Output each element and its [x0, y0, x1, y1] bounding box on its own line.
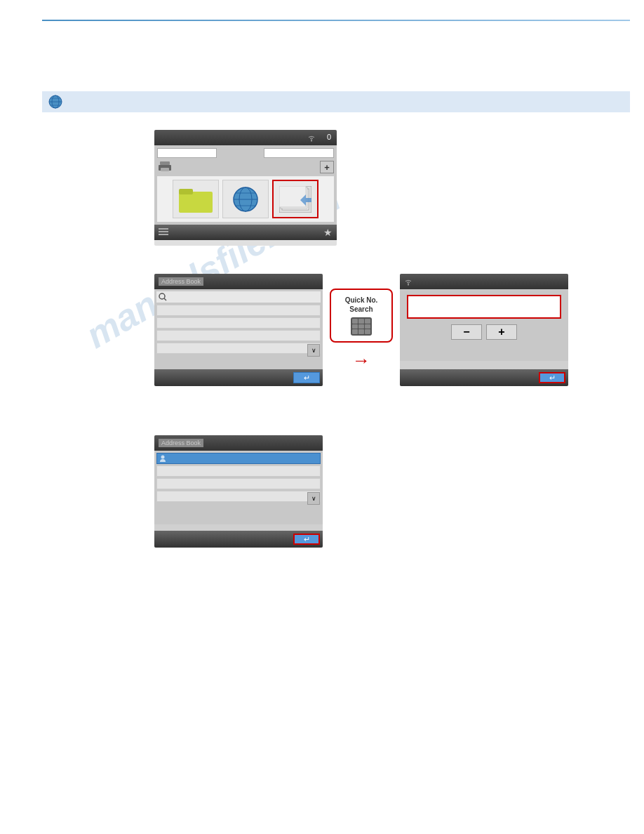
- ok-button-bottom[interactable]: ↵: [293, 534, 320, 545]
- svg-line-23: [164, 298, 166, 300]
- list-item-4[interactable]: [156, 343, 321, 354]
- internet-icon-box[interactable]: [222, 180, 269, 218]
- keypad-dot: [352, 319, 358, 324]
- plus-button-ne[interactable]: +: [486, 324, 517, 340]
- shortcut-icon-box[interactable]: [272, 180, 318, 218]
- svg-rect-6: [160, 161, 170, 165]
- keypad-icon: [351, 317, 372, 336]
- list-screen: Address Book ∨ ↵: [154, 274, 323, 386]
- globe-icon: [48, 94, 63, 110]
- keypad-dot: [358, 324, 364, 329]
- wifi-icon: [307, 133, 316, 142]
- scroll-down-button[interactable]: ∨: [307, 344, 320, 357]
- quick-search-bubble: Quick No. Search: [330, 289, 393, 343]
- list-screen-3: Address Book ∨ ↵: [154, 435, 323, 548]
- list-item-3[interactable]: [156, 330, 321, 341]
- keypad-dot: [358, 319, 364, 324]
- plus-button[interactable]: +: [320, 161, 334, 173]
- list-titlebar-3: Address Book: [154, 435, 323, 451]
- svg-rect-18: [279, 186, 306, 207]
- printer-icon: [157, 161, 173, 173]
- quick-search-area: Quick No. Search →: [326, 302, 396, 358]
- keypad-dot: [358, 329, 364, 334]
- section3-device: Address Book ∨ ↵: [154, 435, 323, 548]
- device-screen-1: 0 +: [154, 130, 337, 246]
- favorites-star-icon: ★: [323, 227, 333, 238]
- device-titlebar-1: 0: [154, 130, 337, 145]
- keypad-dot: [365, 324, 370, 329]
- keypad-dot: [352, 329, 358, 334]
- header-row: [42, 91, 630, 112]
- number-entry-screen: − + ↵: [400, 274, 568, 386]
- number-input-box[interactable]: [407, 295, 561, 319]
- list-title: Address Book: [159, 277, 203, 286]
- confirm-button[interactable]: ↵: [539, 372, 565, 383]
- selected-list-item[interactable]: [156, 453, 321, 464]
- counter-display: 0: [327, 133, 331, 141]
- person-icon: [159, 455, 166, 462]
- folder-icon: [179, 186, 213, 213]
- section2-number-entry: − + ↵: [400, 274, 568, 386]
- minus-button[interactable]: −: [451, 324, 482, 340]
- svg-rect-9: [179, 189, 193, 194]
- shortcut-icon: [279, 186, 311, 213]
- internet-icon: [232, 185, 260, 213]
- top-border-line: [42, 20, 630, 21]
- list-title-3: Address Book: [159, 439, 203, 447]
- arrow-right-icon: →: [352, 350, 370, 371]
- folder-icon-box[interactable]: [173, 180, 219, 218]
- ok-button-left[interactable]: ↵: [293, 372, 320, 383]
- device-input-1[interactable]: [157, 148, 217, 158]
- svg-rect-19: [159, 228, 168, 230]
- search-icon: [159, 293, 167, 301]
- ne-titlebar: [400, 274, 568, 289]
- quick-search-label: Quick No. Search: [338, 296, 384, 314]
- list-item-2[interactable]: [156, 317, 321, 329]
- list-item-s3[interactable]: [156, 478, 321, 489]
- keypad-dot: [365, 329, 370, 334]
- svg-rect-7: [161, 168, 169, 171]
- svg-rect-20: [159, 231, 168, 232]
- svg-rect-21: [159, 234, 168, 235]
- ne-wifi-icon: [404, 277, 412, 286]
- svg-rect-8: [179, 192, 213, 213]
- svg-point-22: [159, 293, 165, 299]
- list-item-1[interactable]: [156, 305, 321, 316]
- section1-device: 0 +: [154, 130, 337, 246]
- list-titlebar: Address Book: [154, 274, 323, 289]
- list-item-s4[interactable]: [156, 491, 321, 502]
- scroll-down-button-3[interactable]: ∨: [307, 492, 320, 505]
- keypad-dot: [365, 319, 370, 324]
- list-view-icon: [159, 228, 168, 237]
- list-item-s2[interactable]: [156, 465, 321, 477]
- svg-point-24: [161, 456, 165, 459]
- keypad-dot: [352, 324, 358, 329]
- device-input-2[interactable]: [264, 148, 334, 158]
- section2-list-device: Address Book ∨ ↵: [154, 274, 323, 386]
